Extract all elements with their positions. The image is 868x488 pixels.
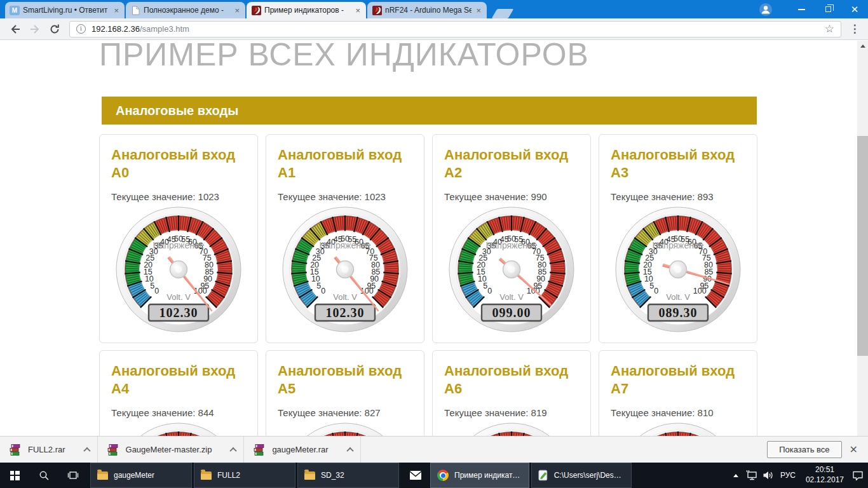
- gauge-card: Аналоговый вход A1 Текущее значение: 102…: [266, 134, 424, 343]
- tab-title: SmartLiving.ru • Ответит: [23, 6, 109, 15]
- gauge-card: Аналоговый вход A0 Текущее значение: 102…: [99, 134, 258, 343]
- svg-text:Напряжение: Напряжение: [153, 240, 204, 250]
- tab-title: Пример индикаторов -: [264, 6, 351, 15]
- gauge-card: Аналоговый вход A4 Текущее значение: 844…: [99, 350, 258, 436]
- taskbar-folder-gaugemeter[interactable]: gaugeMeter: [90, 463, 192, 488]
- speaker-icon: [763, 470, 773, 480]
- document-favicon: [130, 5, 140, 15]
- tab-title: Полноэкранное демо -: [144, 6, 230, 15]
- downloads-bar: FULL2.rarGaugeMeter-master.zipgaugeMeter…: [0, 436, 868, 463]
- gauge-card: Аналоговый вход A7 Текущее значение: 810…: [599, 350, 757, 436]
- bookmark-star-icon[interactable]: ☆: [825, 22, 834, 36]
- svg-text:100: 100: [693, 287, 707, 295]
- show-all-downloads-button[interactable]: Показать все: [767, 441, 841, 458]
- download-chevron-icon[interactable]: [346, 447, 353, 454]
- scrollbar-up-arrow[interactable]: [857, 41, 868, 51]
- browser-menu-button[interactable]: ⋮: [848, 22, 862, 36]
- winrar-icon: [9, 444, 22, 456]
- page-info-icon[interactable]: i: [76, 24, 86, 34]
- downloads-bar-close-icon[interactable]: ✕: [850, 444, 858, 456]
- card-title: Аналоговый вход A5: [278, 362, 412, 398]
- red-favicon: [372, 5, 382, 15]
- windows-taskbar: gaugeMeterFULL2SD_32 Пример индикато... …: [0, 463, 868, 488]
- voltage-gauge: 0510152025303540455055606570758085909510…: [280, 205, 410, 334]
- voltage-gauge: 0510152025303540455055606570758085909510…: [613, 205, 743, 334]
- profile-icon: [759, 3, 772, 16]
- volume-tray-button[interactable]: [760, 463, 776, 488]
- reload-button[interactable]: [46, 20, 64, 38]
- svg-text:Volt. V: Volt. V: [166, 292, 191, 302]
- section-header: Аналоговые входы: [102, 97, 757, 125]
- current-value-text: Текущее значение: 1023: [111, 191, 246, 202]
- browser-tab-1[interactable]: Полноэкранное демо -×: [126, 2, 245, 18]
- task-view-button[interactable]: [58, 463, 88, 488]
- download-chevron-icon[interactable]: [230, 447, 237, 454]
- minimize-button[interactable]: [788, 0, 815, 18]
- svg-text:089.30: 089.30: [659, 306, 698, 320]
- svg-text:102.30: 102.30: [159, 306, 198, 320]
- taskbar-folder-full2[interactable]: FULL2: [194, 463, 295, 488]
- current-value-text: Текущее значение: 893: [611, 191, 745, 202]
- start-button[interactable]: [0, 463, 29, 488]
- taskbar-folder-buttons: gaugeMeterFULL2SD_32: [90, 463, 401, 488]
- clock-time: 20:51: [806, 465, 844, 475]
- browser-tab-3[interactable]: nRF24 - Arduino Mega Se×: [367, 2, 487, 18]
- hidden-icons-button[interactable]: [728, 463, 744, 488]
- close-icon: ✕: [851, 4, 859, 15]
- browser-tab-0[interactable]: MSmartLiving.ru • Ответит×: [5, 2, 125, 18]
- smartliving-favicon: M: [10, 6, 20, 15]
- new-tab-button[interactable]: [492, 9, 514, 18]
- svg-text:102.30: 102.30: [326, 306, 365, 320]
- gauge-card: Аналоговый вход A2 Текущее значение: 990…: [432, 134, 591, 343]
- svg-text:0: 0: [154, 287, 159, 295]
- download-chevron-icon[interactable]: [83, 447, 90, 454]
- mail-app-button[interactable]: [401, 463, 430, 488]
- current-value-text: Текущее значение: 827: [278, 407, 412, 418]
- winrar-icon: [253, 444, 266, 456]
- tab-close-icon[interactable]: ×: [233, 6, 241, 15]
- current-value-text: Текущее значение: 810: [611, 407, 745, 418]
- page-scrollbar[interactable]: [857, 41, 868, 436]
- tab-close-icon[interactable]: ×: [354, 6, 362, 15]
- card-title: Аналоговый вход A1: [278, 146, 412, 182]
- taskbar-chrome-window[interactable]: Пример индикато...: [430, 463, 529, 488]
- restore-button[interactable]: [815, 0, 841, 18]
- chrome-window-title: Пример индикато...: [454, 471, 522, 480]
- voltage-gauge: 0510152025303540455055606570758085909510…: [447, 205, 576, 334]
- action-center-button[interactable]: [850, 463, 865, 488]
- taskbar-search-button[interactable]: [29, 463, 58, 488]
- tab-close-icon[interactable]: ×: [475, 6, 482, 15]
- address-bar[interactable]: i 192.168.2.36/sample3.htm ☆: [69, 21, 841, 37]
- back-button[interactable]: [6, 20, 24, 38]
- tab-close-icon[interactable]: ×: [112, 6, 120, 15]
- browser-toolbar: i 192.168.2.36/sample3.htm ☆ ⋮: [0, 18, 868, 40]
- download-filename: FULL2.rar: [28, 445, 65, 454]
- scrollbar-thumb[interactable]: [857, 136, 868, 356]
- language-indicator[interactable]: РУС: [776, 471, 800, 480]
- chrome-icon: [437, 470, 449, 481]
- taskbar-folder-sd_32[interactable]: SD_32: [297, 463, 399, 488]
- folder-icon: [201, 471, 212, 480]
- download-item-0[interactable]: FULL2.rar: [0, 437, 98, 463]
- close-button[interactable]: ✕: [841, 0, 868, 18]
- network-tray-button[interactable]: [744, 463, 760, 488]
- download-item-2[interactable]: gaugeMeter.rar: [244, 437, 360, 463]
- folder-icon: [304, 471, 315, 480]
- red-favicon: [251, 5, 261, 15]
- voltage-gauge: 0510152025303540455055606570758085909510…: [114, 421, 243, 436]
- taskbar-clock[interactable]: 20:51 02.12.2017: [800, 465, 850, 485]
- clock-date: 02.12.2017: [806, 475, 844, 485]
- svg-text:Напряжение: Напряжение: [485, 240, 537, 250]
- download-item-1[interactable]: GaugeMeter-master.zip: [98, 437, 245, 463]
- taskbar-explorer-window[interactable]: C:\Users\serj\Deskt...: [531, 463, 632, 488]
- task-view-icon: [67, 470, 79, 480]
- explorer-window-title: C:\Users\serj\Deskt...: [554, 471, 625, 480]
- action-center-icon: [852, 470, 864, 481]
- browser-tab-2[interactable]: Пример индикаторов -×: [247, 2, 366, 18]
- svg-text:Volt. V: Volt. V: [666, 292, 690, 302]
- forward-icon: [29, 24, 41, 35]
- forward-button[interactable]: [26, 20, 44, 38]
- profile-button[interactable]: [752, 0, 779, 18]
- url-host: 192.168.2.36: [92, 24, 140, 34]
- current-value-text: Текущее значение: 844: [111, 407, 246, 418]
